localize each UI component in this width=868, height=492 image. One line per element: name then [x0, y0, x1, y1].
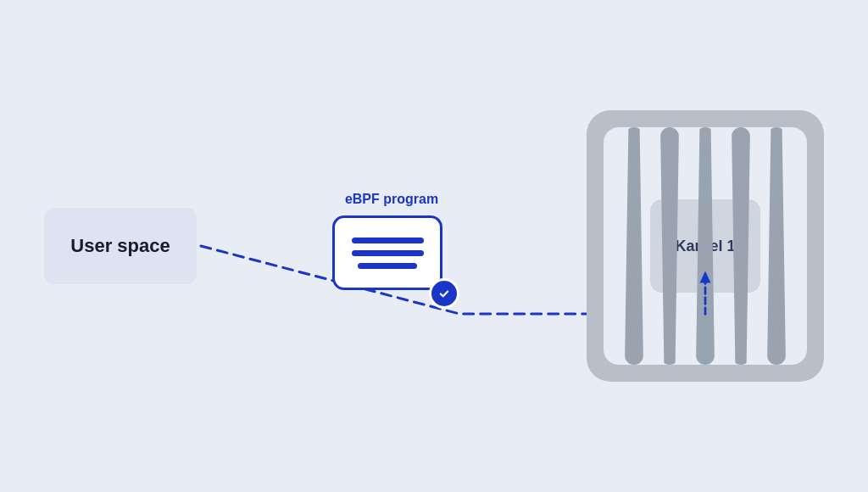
ebpf-program-icon	[332, 215, 451, 300]
kernel-section: Karnel 1	[587, 110, 824, 382]
ebpf-line-2	[352, 250, 424, 256]
checkmark-icon	[436, 285, 453, 302]
svg-marker-3	[700, 271, 711, 283]
ebpf-line-3	[358, 263, 417, 269]
user-space-label: User space	[70, 234, 170, 259]
ebpf-label: eBPF program	[345, 192, 438, 207]
user-space-box: User space	[44, 208, 197, 284]
cage-bar-2	[660, 127, 679, 365]
ebpf-section: eBPF program	[214, 192, 570, 300]
cage-bar-5	[767, 127, 786, 365]
diagram-container: User space eBPF program	[44, 51, 824, 441]
check-badge	[429, 278, 459, 309]
cage-bar-3	[696, 127, 715, 365]
cage-bar-4	[732, 127, 750, 365]
cage-inner: Karnel 1	[604, 127, 807, 365]
ebpf-line-1	[352, 238, 424, 243]
svg-point-1	[437, 287, 452, 301]
cage-bars	[604, 127, 807, 365]
ebpf-card	[332, 215, 442, 290]
up-arrow-icon	[693, 267, 718, 318]
up-arrow-container	[693, 267, 718, 318]
cage-bar-1	[625, 127, 643, 365]
